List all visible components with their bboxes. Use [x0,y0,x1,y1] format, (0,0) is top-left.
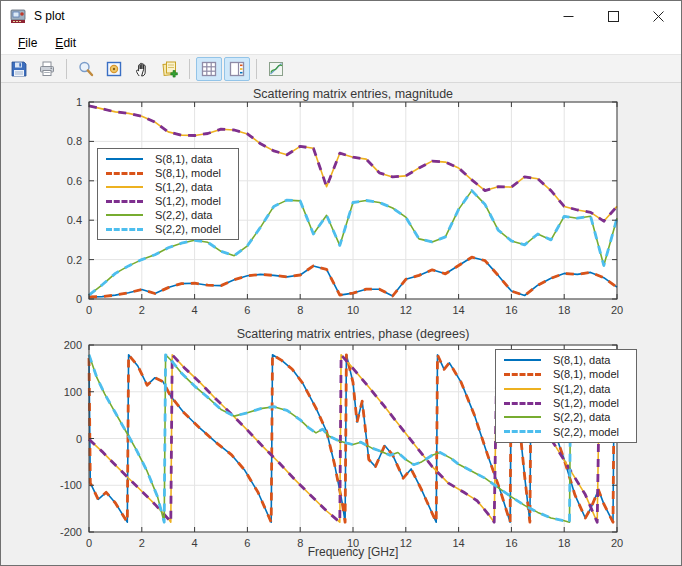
legend-toggle-button[interactable] [224,57,250,81]
legend-item[interactable]: S(2,2), model [496,425,636,439]
legend-icon [228,60,246,78]
legend-line-sample [504,359,541,361]
svg-text:100: 100 [64,386,82,398]
legend-line-sample [106,200,143,203]
svg-text:18: 18 [558,304,570,316]
toolbar-separator [189,59,190,79]
svg-text:10: 10 [347,304,359,316]
legend-line-sample [106,186,143,188]
x-axis-label: Frequency [GHz] [89,545,617,559]
svg-text:0: 0 [86,304,92,316]
legend-line-sample [106,172,143,175]
legend-item[interactable]: S(2,2), model [98,222,238,236]
app-icon [10,8,26,24]
menu-edit[interactable]: Edit [46,33,85,53]
legend-item[interactable]: S(1,2), model [98,194,238,208]
print-button[interactable] [34,57,60,81]
close-icon [653,11,664,22]
legend-item[interactable]: S(8,1), data [98,152,238,166]
maximize-icon [608,11,619,22]
figure-area: 0246810121416182000.20.40.60.81024681012… [1,84,681,565]
legend-line-sample [504,416,541,418]
print-icon [38,60,56,78]
phase-plot-title: Scattering matrix entries, phase (degree… [89,327,617,341]
svg-text:2: 2 [139,304,145,316]
menu-file[interactable]: File [9,33,46,53]
svg-text:0.4: 0.4 [67,214,82,226]
legend-line-sample [106,228,143,231]
svg-text:14: 14 [452,304,464,316]
title-bar: S plot [1,1,681,31]
add-annotation-button[interactable] [157,57,183,81]
legend-line-sample [504,402,541,405]
plot-tools-button[interactable] [263,57,289,81]
svg-text:-200: -200 [60,526,82,538]
magnitude-legend[interactable]: S(8,1), data S(8,1), model S(1,2), data … [97,148,239,240]
svg-text:8: 8 [297,304,303,316]
pan-button[interactable] [129,57,155,81]
legend-item[interactable]: S(1,2), model [496,396,636,410]
app-window: S plot File Edit [0,0,682,566]
notes-plus-icon [161,60,179,78]
window-controls [546,1,681,31]
pan-hand-icon [133,60,151,78]
legend-line-sample [504,388,541,390]
svg-text:0.2: 0.2 [67,254,82,266]
zoom-button[interactable] [73,57,99,81]
legend-item[interactable]: S(8,1), data [496,353,636,367]
zoom-box-button[interactable] [101,57,127,81]
svg-text:6: 6 [244,304,250,316]
toolbar-separator [256,59,257,79]
minimize-button[interactable] [546,1,591,31]
svg-text:0.8: 0.8 [67,135,82,147]
legend-line-sample [504,373,541,376]
menu-bar: File Edit [1,31,681,55]
magnitude-plot-title: Scattering matrix entries, magnitude [89,87,617,101]
legend-item[interactable]: S(2,2), data [98,208,238,222]
svg-text:0.6: 0.6 [67,175,82,187]
legend-line-sample [106,214,143,216]
toolbar [1,55,681,83]
save-button[interactable] [6,57,32,81]
legend-item[interactable]: S(8,1), model [98,166,238,180]
maximize-button[interactable] [591,1,636,31]
svg-text:-100: -100 [60,479,82,491]
svg-text:200: 200 [64,339,82,351]
legend-line-sample [106,158,143,160]
svg-text:20: 20 [611,304,623,316]
window-title: S plot [34,9,65,23]
svg-text:12: 12 [400,304,412,316]
legend-item[interactable]: S(2,2), data [496,410,636,424]
legend-item[interactable]: S(1,2), data [98,180,238,194]
legend-line-sample [504,430,541,433]
svg-text:0: 0 [76,433,82,445]
close-button[interactable] [636,1,681,31]
svg-text:0: 0 [76,293,82,305]
legend-item[interactable]: S(1,2), data [496,382,636,396]
zoom-box-icon [105,60,123,78]
matlab-app-icon [10,8,26,24]
grid-icon [200,60,218,78]
toolbar-separator [66,59,67,79]
svg-text:16: 16 [505,304,517,316]
svg-text:1: 1 [76,96,82,108]
phase-legend[interactable]: S(8,1), data S(8,1), model S(1,2), data … [495,349,637,443]
legend-item[interactable]: S(8,1), model [496,367,636,381]
magnifier-icon [77,60,95,78]
plot-tools-icon [267,60,285,78]
svg-text:4: 4 [192,304,198,316]
minimize-icon [563,11,574,22]
save-icon [10,60,28,78]
grid-toggle-button[interactable] [196,57,222,81]
